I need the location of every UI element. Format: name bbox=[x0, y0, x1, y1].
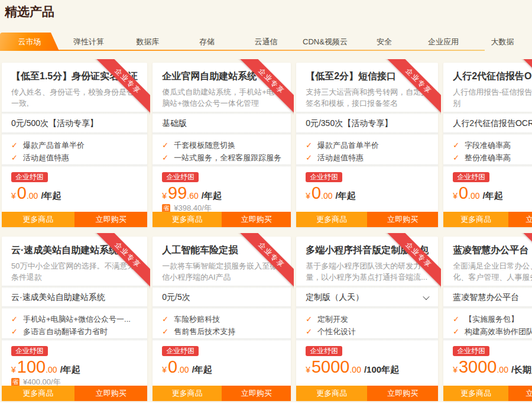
currency-symbol: ¥ bbox=[306, 365, 310, 374]
buy-now-button[interactable]: 立即购买 bbox=[222, 386, 291, 401]
more-products-button[interactable]: 更多商品 bbox=[296, 212, 367, 227]
feature-list: ✓ 车险秒赔科技 ✓ 售前售后技术支持 bbox=[153, 309, 291, 338]
spec-selector[interactable]: 定制版（人天） bbox=[296, 288, 438, 306]
tab-5[interactable]: CDN&视频云 bbox=[296, 33, 355, 51]
product-grid: 企业专享 【低至1.5分】身份证实名认证 传入姓名、身份证号，校验身份是否一致,… bbox=[2, 63, 530, 401]
price-decimal: .00 bbox=[321, 191, 332, 201]
price: ¥ 5000 .00 /100年起 bbox=[306, 358, 429, 376]
more-products-button[interactable]: 更多商品 bbox=[153, 212, 222, 227]
tab-7[interactable]: 企业应用 bbox=[414, 33, 473, 51]
more-products-button[interactable]: 更多商品 bbox=[153, 386, 222, 401]
currency-symbol: ¥ bbox=[11, 191, 16, 201]
chevron-down-icon bbox=[423, 293, 429, 299]
feature-item: ✓ 活动超值特惠 bbox=[11, 151, 138, 164]
feature-text: 活动超值特惠 bbox=[317, 151, 364, 164]
product-title[interactable]: 企业官网自助建站系统 bbox=[162, 70, 281, 82]
feature-text: 多语言自动翻译省力省时 bbox=[23, 325, 108, 338]
original-price-text: ¥398.40/年 bbox=[174, 203, 212, 212]
more-products-button[interactable]: 更多商品 bbox=[2, 212, 74, 227]
more-products-button[interactable]: 更多商品 bbox=[443, 386, 508, 401]
feature-text: 活动超值特惠 bbox=[23, 151, 69, 164]
card-header: 企业官网自助建站系统 傻瓜式自助建站系统，手机站+电脑站+微信公众号一体化管理 bbox=[153, 63, 291, 112]
feature-text: 字段准确率高 bbox=[465, 139, 511, 151]
feature-list: ✓ 千套模板随意切换 ✓ 一站式服务，全程客服跟踪服务 bbox=[153, 135, 291, 164]
currency-symbol: ¥ bbox=[453, 365, 458, 374]
spec-selector: 云·速成美站自助建站系统 bbox=[2, 288, 147, 306]
price: ¥ 0 .00 /年起 bbox=[162, 358, 281, 376]
buy-now-button[interactable]: 立即购买 bbox=[367, 386, 438, 401]
buy-now-button[interactable]: 立即购买 bbox=[508, 386, 532, 401]
price-section: 企业纾困 ¥ 3000 .00 /长期起 省 bbox=[443, 341, 532, 386]
spec-label: 0元/350次【活动专享】 bbox=[306, 118, 392, 129]
price-integer: 100 bbox=[17, 358, 46, 376]
product-card-3: 企业专享 人行2代征信报告OCR识别 人行信用报告-征信报告OCR识别 人行2代… bbox=[443, 63, 532, 227]
buy-now-button[interactable]: 立即购买 bbox=[508, 212, 532, 227]
feature-text: 手机站+电脑站+微信公众号一... bbox=[23, 313, 131, 325]
product-description: 傻瓜式自助建站系统，手机站+电脑站+微信公众号一体化管理 bbox=[162, 86, 281, 109]
spec-label: 蓝凌智慧办公平台 bbox=[453, 292, 519, 303]
spec-label: 定制版（人天） bbox=[306, 292, 364, 303]
product-description: 传入姓名、身份证号，校验身份是否一致, bbox=[11, 86, 138, 109]
product-title[interactable]: 多端小程序抖音版定制服务包 bbox=[306, 244, 429, 256]
more-products-button[interactable]: 更多商品 bbox=[2, 386, 74, 401]
tab-0[interactable]: 云市场 bbox=[0, 33, 59, 51]
spec-selector: 基础版 bbox=[153, 114, 291, 132]
price: ¥ 100 .00 /年起 bbox=[11, 358, 138, 376]
price-unit: /年起 bbox=[41, 190, 61, 202]
spec-selector: 0元/5次 bbox=[153, 288, 291, 306]
spec-label: 人行2代征信报告OCR识别 bbox=[453, 118, 532, 129]
product-title[interactable]: 人工智能车险定损 bbox=[162, 244, 281, 256]
currency-symbol: ¥ bbox=[162, 191, 167, 201]
feature-list: ✓ 字段准确率高 ✓ 整份准确率高 bbox=[443, 135, 532, 164]
product-title[interactable]: 【低至2分】短信接口 bbox=[306, 70, 429, 82]
feature-text: 车险秒赔科技 bbox=[174, 313, 220, 325]
price-section: 企业纾困 ¥ 0 .00 /年起 省 bbox=[2, 167, 147, 212]
price: ¥ 0 .00 /年起 bbox=[453, 184, 532, 202]
product-title[interactable]: 人行2代征信报告OCR识别 bbox=[453, 70, 532, 82]
price-decimal: .00 bbox=[46, 365, 57, 374]
feature-list: ✓ 【实施服务包】 ✓ 构建高效率协作团队 bbox=[443, 309, 532, 338]
tab-2[interactable]: 数据库 bbox=[118, 33, 177, 51]
tab-8[interactable]: 大数据 bbox=[473, 33, 532, 51]
feature-item: ✓ 个性化设计 bbox=[306, 325, 429, 338]
currency-symbol: ¥ bbox=[162, 365, 167, 374]
check-icon: ✓ bbox=[306, 313, 312, 325]
more-products-button[interactable]: 更多商品 bbox=[296, 386, 367, 401]
currency-symbol: ¥ bbox=[306, 191, 310, 201]
tab-3[interactable]: 存储 bbox=[177, 33, 236, 51]
buy-now-button[interactable]: 立即购买 bbox=[367, 212, 438, 227]
product-description: 50万中小企业官网的选择。不满意无条件退款 bbox=[11, 260, 138, 283]
more-products-button[interactable]: 更多商品 bbox=[443, 212, 508, 227]
card-header: 多端小程序抖音版定制服务包 基于多端小程序团队强大的研发力量，以小程序为基点打通… bbox=[296, 237, 438, 286]
buy-now-button[interactable]: 立即购买 bbox=[74, 386, 147, 401]
original-price: 省 ¥398.40/年 bbox=[162, 203, 281, 212]
product-title[interactable]: 蓝凌智慧办公平台 bbox=[453, 244, 532, 256]
card-buttons: 更多商品 立即购买 bbox=[153, 212, 291, 227]
relief-badge: 企业纾困 bbox=[162, 172, 199, 182]
feature-item: ✓ 多语言自动翻译省力省时 bbox=[11, 325, 138, 338]
check-icon: ✓ bbox=[306, 325, 312, 338]
tab-4[interactable]: 云通信 bbox=[236, 33, 296, 51]
tab-6[interactable]: 安全 bbox=[355, 33, 414, 51]
save-icon: 省 bbox=[11, 378, 20, 386]
tab-1[interactable]: 弹性计算 bbox=[59, 33, 118, 51]
price-section: 企业纾困 ¥ 0 .00 /年起 省 bbox=[296, 167, 438, 212]
price-integer: 0 bbox=[459, 184, 468, 202]
feature-text: 定制开发 bbox=[317, 313, 348, 325]
buy-now-button[interactable]: 立即购买 bbox=[74, 212, 147, 227]
price-integer: 3000 bbox=[459, 358, 497, 376]
price-unit: /年起 bbox=[202, 190, 222, 202]
page-title: 精选产品 bbox=[5, 5, 532, 19]
buy-now-button[interactable]: 立即购买 bbox=[222, 212, 291, 227]
check-icon: ✓ bbox=[11, 325, 18, 338]
spec-label: 云·速成美站自助建站系统 bbox=[11, 292, 105, 303]
relief-badge: 企业纾困 bbox=[11, 346, 48, 356]
check-icon: ✓ bbox=[162, 313, 168, 325]
price-decimal: .00 bbox=[349, 365, 361, 374]
spec-selector: 人行2代征信报告OCR识别 bbox=[443, 114, 532, 132]
spec-selector: 0元/350次【活动专享】 bbox=[296, 114, 438, 132]
product-title[interactable]: 【低至1.5分】身份证实名认证 bbox=[11, 70, 138, 82]
card-header: 【低至2分】短信接口 支持三大运营商和携号转网，自定义签名和模板，接口报备签名 bbox=[296, 63, 438, 112]
check-icon: ✓ bbox=[306, 139, 312, 151]
product-title[interactable]: 云·速成美站自助建站系统 bbox=[11, 244, 138, 256]
